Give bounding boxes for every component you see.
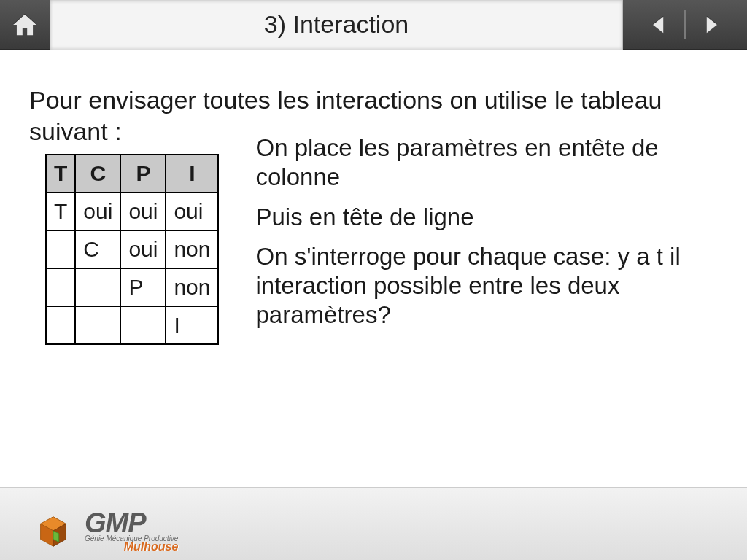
table-row: C oui non: [46, 230, 218, 268]
slide-title: 3) Interaction: [50, 0, 623, 50]
th-1: C: [75, 155, 120, 192]
interaction-table: T C P I T oui oui oui C oui non: [45, 154, 219, 345]
cell: non: [166, 268, 218, 306]
slide-title-text: 3) Interaction: [264, 10, 409, 39]
prev-button[interactable]: [643, 8, 677, 42]
explanation: On place les paramètres en entête de col…: [255, 133, 718, 341]
cell: [75, 306, 120, 344]
cell: [120, 306, 166, 344]
logo-name: GMP: [85, 509, 178, 537]
nav-arrows: [623, 0, 747, 50]
cell: P: [120, 268, 166, 306]
slide-content: Pour envisager toutes les interactions o…: [0, 57, 747, 487]
explain-p1: On place les paramètres en entête de col…: [255, 133, 718, 192]
cell: I: [166, 306, 218, 344]
cube-icon: [32, 510, 74, 552]
cell: oui: [75, 192, 120, 230]
row-label: [46, 230, 75, 268]
explain-p3: On s'interroge pour chaque case: y a t i…: [255, 242, 718, 330]
logo: GMP Génie Mécanique Productive Mulhouse: [32, 509, 178, 553]
row-label: T: [46, 192, 75, 230]
cell: [75, 268, 120, 306]
logo-text: GMP Génie Mécanique Productive Mulhouse: [85, 509, 178, 553]
top-bar: 3) Interaction: [0, 0, 747, 50]
th-0: T: [46, 155, 75, 192]
th-2: P: [120, 155, 166, 192]
row-label: [46, 268, 75, 306]
footer: GMP Génie Mécanique Productive Mulhouse: [0, 487, 747, 560]
cell: C: [75, 230, 120, 268]
cell: oui: [120, 230, 166, 268]
table-row: P non: [46, 268, 218, 306]
cell: non: [166, 230, 218, 268]
table-header-row: T C P I: [46, 155, 218, 192]
table-wrap: T C P I T oui oui oui C oui non: [29, 149, 219, 345]
explain-p2: Puis en tête de ligne: [255, 203, 718, 232]
row-label: [46, 306, 75, 344]
logo-city: Mulhouse: [85, 541, 178, 553]
nav-divider: [684, 10, 686, 39]
table-row: I: [46, 306, 218, 344]
next-button[interactable]: [693, 8, 727, 42]
th-3: I: [166, 155, 218, 192]
cell: oui: [120, 192, 166, 230]
home-icon[interactable]: [0, 0, 50, 50]
table-row: T oui oui oui: [46, 192, 218, 230]
cell: oui: [166, 192, 218, 230]
